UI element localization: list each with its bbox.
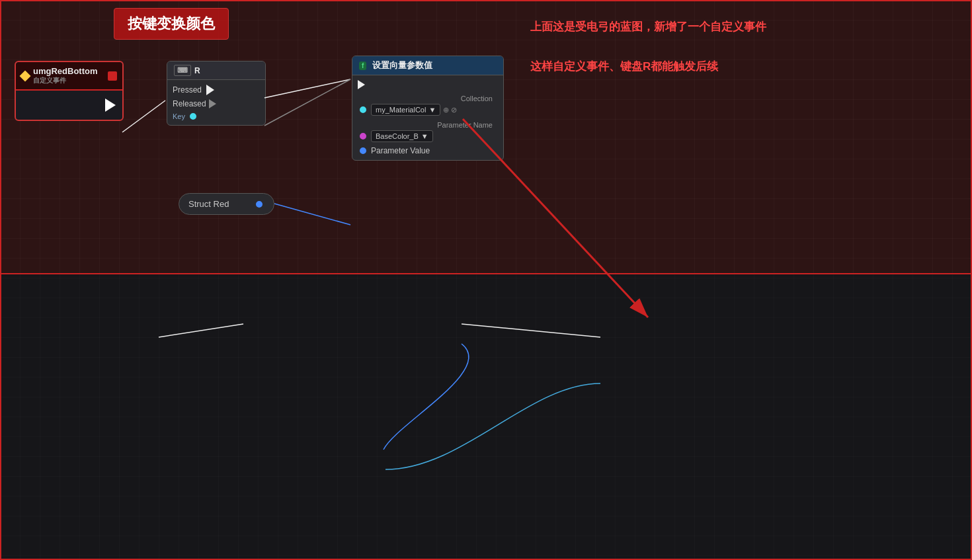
annotation-top-2-text: 这样自定义事件、键盘R都能触发后续 — [530, 60, 718, 73]
param-value-port — [360, 147, 366, 154]
pressed-row: Pressed — [167, 83, 265, 97]
node-set-vector[interactable]: f 设置向量参数值 Collection my_MaterialCol ▼ ⊕ … — [352, 56, 504, 161]
diamond-icon — [20, 70, 31, 81]
top-section: 按键变换颜色 umgRedBottom 自定义事件 ⌨ R Pressed — [0, 0, 972, 274]
collection-port — [360, 106, 366, 113]
key-row: Key — [167, 110, 265, 122]
struct-red-port — [256, 201, 263, 208]
umg-top-subtitle: 自定义事件 — [33, 76, 98, 85]
annotation-top-1: 上面这是受电弓的蓝图，新增了一个自定义事件 — [530, 18, 766, 36]
key-port — [190, 113, 196, 120]
collection-dropdown[interactable]: my_MaterialCol ▼ — [371, 104, 440, 116]
umg-top-title: umgRedBottom — [33, 66, 98, 76]
collection-label: Collection — [358, 93, 498, 104]
keyboard-icon: ⌨ — [174, 65, 191, 76]
param-name-dropdown[interactable]: BaseColor_B ▼ — [371, 130, 433, 142]
param-name-label: Parameter Name — [358, 120, 498, 130]
collection-value: my_MaterialCol — [376, 106, 426, 114]
node-umg-top[interactable]: umgRedBottom 自定义事件 — [15, 61, 124, 121]
released-row: Released — [167, 97, 265, 110]
set-vector-title: 设置向量参数值 — [372, 60, 432, 71]
struct-red-label: Struct Red — [188, 199, 229, 209]
param-value-label: Parameter Value — [371, 146, 430, 155]
exec-output — [105, 99, 116, 112]
top-title-text: 按键变换颜色 — [128, 15, 215, 32]
annotation-top-1-text: 上面这是受电弓的蓝图，新增了一个自定义事件 — [530, 20, 766, 33]
node-keyboard-r[interactable]: ⌨ R Pressed Released Key — [167, 61, 266, 126]
pressed-exec — [206, 85, 214, 95]
collection-icons: ⊕ ⊘ — [443, 106, 457, 114]
bottom-section: 点击时 (colorRedBox) f 获取类的所有actor Actor Cl… — [0, 274, 972, 560]
function-icon: f — [359, 61, 366, 70]
param-name-value: BaseColor_B — [376, 132, 419, 140]
exec-in-arrow — [358, 80, 365, 89]
keyboard-r-title: R — [194, 66, 200, 75]
param-value-row: Parameter Value — [352, 144, 503, 157]
pressed-label: Pressed — [173, 85, 202, 95]
released-exec-hollow — [209, 99, 216, 108]
top-title: 按键变换颜色 — [114, 8, 229, 40]
exec-in-row — [352, 78, 503, 91]
param-name-section: Parameter Name BaseColor_B ▼ — [352, 118, 503, 144]
collection-section: Collection my_MaterialCol ▼ ⊕ ⊘ — [352, 91, 503, 118]
key-label: Key — [173, 112, 185, 120]
annotation-top-2: 这样自定义事件、键盘R都能触发后续 — [530, 58, 718, 75]
param-name-port — [360, 133, 366, 140]
node-struct-red[interactable]: Struct Red — [179, 193, 274, 215]
released-label: Released — [173, 99, 206, 108]
red-square-icon — [108, 71, 117, 81]
